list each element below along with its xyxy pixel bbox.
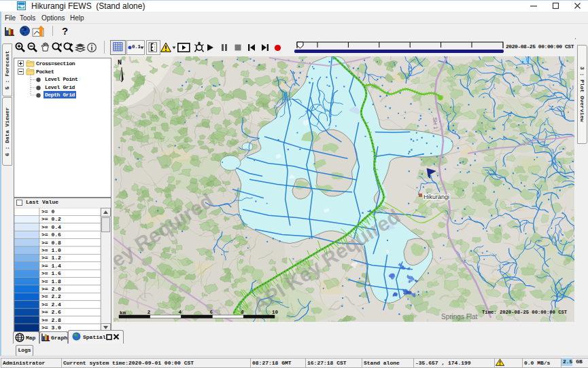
svg-text:>= 1.0: >= 1.0 <box>41 247 61 253</box>
svg-text:Hikurangi: Hikurangi <box>423 194 449 200</box>
svg-text:Time: 2020-08-25 00:00:00 CST: Time: 2020-08-25 00:00:00 CST <box>482 310 568 315</box>
svg-text:SH 1: SH 1 <box>432 117 438 130</box>
svg-text:>= 0.2: >= 0.2 <box>41 216 61 222</box>
svg-text:>= 2.4: >= 2.4 <box>41 301 61 308</box>
svg-text:>= 1.8: >= 1.8 <box>41 278 61 284</box>
svg-text:>= 0.8: >= 0.8 <box>41 240 61 246</box>
svg-text:>= 2.2: >= 2.2 <box>41 293 61 299</box>
svg-text:>= 2.0: >= 2.0 <box>41 286 61 292</box>
svg-text:>= 0.6: >= 0.6 <box>41 232 61 238</box>
svg-text:N: N <box>118 59 122 67</box>
svg-text:>= 1.2: >= 1.2 <box>41 255 61 261</box>
svg-text:>= 2.8: >= 2.8 <box>41 317 61 323</box>
svg-text:8: 8 <box>241 310 244 315</box>
svg-text:6: 6 <box>209 310 213 315</box>
svg-text:4: 4 <box>179 310 182 315</box>
svg-text:>= 2.6: >= 2.6 <box>41 309 61 315</box>
svg-text:>= 1.4: >= 1.4 <box>41 263 61 269</box>
svg-text:10: 10 <box>272 310 279 315</box>
svg-text:>= 0: >= 0 <box>41 208 54 215</box>
svg-text:Springs Flat: Springs Flat <box>441 313 478 320</box>
svg-text:>= 0.4: >= 0.4 <box>41 224 61 230</box>
svg-text:>= 1.6: >= 1.6 <box>41 270 61 276</box>
svg-text:2: 2 <box>148 310 151 315</box>
svg-text:>= 3.0: >= 3.0 <box>41 325 61 331</box>
